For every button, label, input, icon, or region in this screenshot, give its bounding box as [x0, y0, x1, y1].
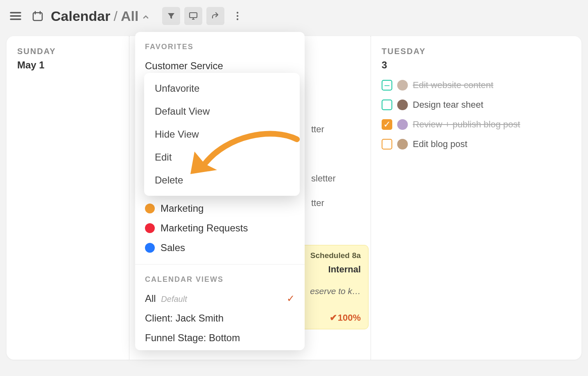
breadcrumb-separator: / [114, 8, 118, 24]
submenu-edit[interactable]: Edit [144, 146, 300, 169]
task-row[interactable]: –Edit website content [382, 80, 571, 91]
menu-icon[interactable] [7, 7, 25, 25]
task-fragment: tter [311, 198, 324, 208]
favorite-marketing[interactable]: Marketing [135, 199, 305, 218]
submenu-default-view[interactable]: Default View [144, 100, 300, 123]
color-dot-icon [145, 223, 155, 233]
view-funnel[interactable]: Funnel Stage: Bottom [135, 328, 305, 348]
task-fragment: tter [311, 124, 324, 135]
chevron-up-icon[interactable] [142, 8, 150, 24]
submenu-delete[interactable]: Delete [144, 169, 300, 192]
check-icon: ✓ [287, 293, 295, 304]
breadcrumb-root: Calendar [51, 8, 111, 24]
task-label: Review + publish blog post [413, 119, 520, 130]
color-dot-icon [145, 204, 155, 213]
avatar [397, 100, 408, 110]
task-checkbox[interactable]: – [382, 80, 392, 91]
avatar [397, 80, 408, 91]
task-label: Design tear sheet [413, 100, 483, 110]
day-column-sunday: SUNDAY May 1 [7, 36, 129, 360]
default-tag: Default [161, 294, 187, 304]
favorite-label: Customer Service [145, 60, 223, 72]
day-name: TUESDAY [382, 47, 571, 56]
display-icon[interactable] [184, 7, 202, 25]
task-label: Edit blog post [413, 139, 467, 149]
view-all[interactable]: All Default ✓ [135, 289, 305, 308]
avatar [397, 119, 408, 130]
more-icon[interactable] [228, 7, 247, 25]
day-column-tuesday: TUESDAY 3 –Edit website contentDesign te… [371, 36, 581, 360]
context-submenu: Unfavorite Default View Hide View Edit D… [144, 73, 300, 196]
task-row[interactable]: ✓Review + publish blog post [382, 119, 571, 130]
topbar: Calendar / All [0, 0, 588, 32]
day-number: May 1 [17, 59, 118, 71]
favorite-sales[interactable]: Sales [135, 238, 305, 258]
favorite-label: Sales [161, 242, 185, 254]
views-heading: CALENDAR VIEWS [135, 265, 305, 289]
share-icon[interactable] [206, 7, 224, 25]
task-fragment: sletter [311, 173, 336, 184]
avatar [397, 139, 408, 149]
task-row[interactable]: Design tear sheet [382, 100, 571, 110]
task-row[interactable]: Edit blog post [382, 139, 571, 149]
svg-point-2 [237, 12, 238, 14]
submenu-hide-view[interactable]: Hide View [144, 123, 300, 146]
view-label: All [145, 293, 156, 304]
day-name: SUNDAY [17, 47, 118, 56]
svg-point-3 [237, 15, 238, 17]
favorite-label: Marketing [161, 203, 204, 214]
event-status: Scheduled [310, 251, 350, 260]
svg-rect-1 [190, 13, 197, 18]
task-label: Edit website content [413, 80, 493, 91]
view-client[interactable]: Client: Jack Smith [135, 308, 305, 328]
filter-icon[interactable] [162, 7, 180, 25]
day-number: 3 [382, 59, 571, 71]
view-label: Funnel Stage: Bottom [145, 332, 240, 344]
svg-rect-0 [33, 13, 42, 20]
svg-point-4 [237, 18, 238, 20]
task-checkbox[interactable] [382, 139, 392, 149]
view-label: Client: Jack Smith [145, 313, 224, 324]
submenu-unfavorite[interactable]: Unfavorite [144, 77, 300, 100]
favorites-heading: FAVORITES [135, 32, 305, 56]
color-dot-icon [145, 243, 155, 253]
task-checkbox[interactable] [382, 100, 392, 110]
task-checkbox[interactable]: ✓ [382, 119, 392, 130]
breadcrumb[interactable]: Calendar / All [51, 8, 150, 24]
favorite-label: Marketing Requests [161, 222, 248, 234]
favorite-marketing-requests[interactable]: Marketing Requests [135, 218, 305, 238]
breadcrumb-view: All [121, 8, 138, 24]
calendar-icon[interactable] [29, 7, 47, 25]
event-time: 8a [352, 251, 361, 260]
